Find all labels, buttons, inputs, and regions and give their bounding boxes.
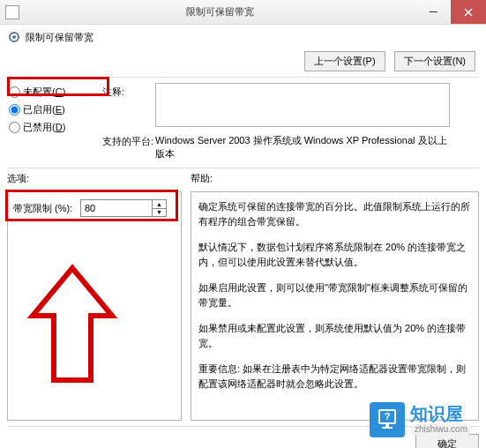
dialog-title: 限制可保留带宽 xyxy=(26,31,93,44)
titlebar: 限制可保留带宽 xyxy=(0,0,486,25)
radio-disabled[interactable]: 已禁用(D) xyxy=(7,118,102,136)
dialog-header: 限制可保留带宽 xyxy=(0,25,486,48)
logo-text-cn: 知识屋 xyxy=(410,405,472,422)
options-label: 选项: xyxy=(7,172,182,188)
radio-disabled-input[interactable] xyxy=(9,122,20,133)
help-label: 帮助: xyxy=(191,172,479,188)
window-title: 限制可保留带宽 xyxy=(25,5,415,19)
close-button[interactable] xyxy=(451,0,486,24)
logo-icon: ? xyxy=(370,402,405,437)
options-panel: 带宽限制 (%): ▲ ▼ xyxy=(7,191,182,421)
help-text: 重要信息: 如果在注册表中为特定网络适配器设置带宽限制，则配置该网络适配器时就会… xyxy=(198,362,471,392)
prev-setting-button[interactable]: 上一个设置(P) xyxy=(304,51,385,71)
logo-text-en: zhishiwu.com xyxy=(410,424,472,435)
svg-rect-5 xyxy=(382,427,393,429)
close-icon xyxy=(464,8,473,17)
svg-rect-4 xyxy=(385,423,389,427)
window-icon xyxy=(5,5,19,19)
comment-textarea[interactable] xyxy=(155,83,450,127)
help-text: 如果启用此设置，则可以使用"带宽限制"框来调整系统可保留的带宽量。 xyxy=(198,280,471,310)
radio-enabled-input[interactable] xyxy=(9,104,20,116)
help-text: 默认情况下，数据包计划程序将系统限制在 20% 的连接带宽之内，但可以使用此设置… xyxy=(198,240,471,270)
svg-text:?: ? xyxy=(385,411,391,422)
annotation-highlight-bandwidth xyxy=(5,190,178,221)
minimize-button[interactable] xyxy=(415,0,451,24)
gear-icon xyxy=(7,30,21,44)
watermark-logo: ? 知识屋 zhishiwu.com xyxy=(370,402,472,437)
radio-enabled[interactable]: 已启用(E) xyxy=(7,101,102,118)
help-panel: 确定系统可保留的连接带宽的百分比。此值限制系统上运行的所有程序的组合带宽保留。 … xyxy=(191,191,479,421)
annotation-arrow-icon xyxy=(24,261,121,393)
platform-text: Windows Server 2003 操作系统或 Windows XP Pro… xyxy=(155,132,450,161)
comment-label: 注释: xyxy=(102,83,155,99)
svg-point-1 xyxy=(12,35,16,39)
next-setting-button[interactable]: 下一个设置(N) xyxy=(394,51,475,71)
annotation-highlight-enabled xyxy=(7,77,109,96)
platform-label: 支持的平台: xyxy=(102,132,155,148)
help-text: 如果禁用或未配置此设置，则系统使用默认值为 20% 的连接带宽。 xyxy=(198,321,471,351)
help-text: 确定系统可保留的连接带宽的百分比。此值限制系统上运行的所有程序的组合带宽保留。 xyxy=(198,199,471,229)
